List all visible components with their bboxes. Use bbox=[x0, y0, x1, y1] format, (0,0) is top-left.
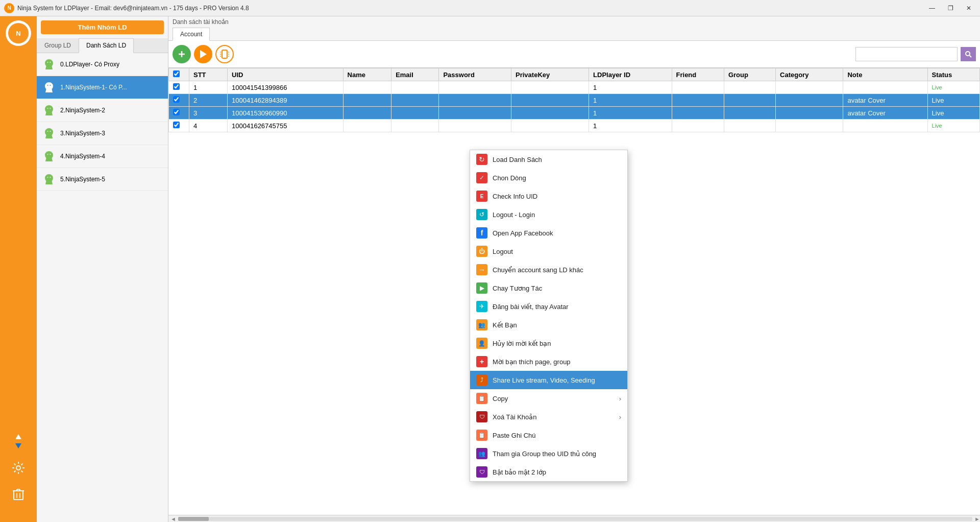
row-status: Live bbox=[927, 120, 979, 132]
row-stt: 3 bbox=[189, 107, 228, 120]
search-input[interactable] bbox=[855, 47, 958, 61]
ctx-copy[interactable]: 📋 Copy › bbox=[470, 389, 627, 408]
list-item[interactable]: 5.NinjaSystem-5 bbox=[37, 168, 168, 191]
ctx-label: Xoá Tài Khoản bbox=[493, 413, 537, 421]
ctx-logout-login-icon: ↺ bbox=[476, 209, 487, 220]
ctx-ket-ban[interactable]: 👥 Kết Bạn bbox=[470, 316, 627, 334]
row-checkbox[interactable] bbox=[173, 83, 180, 90]
select-all-checkbox[interactable] bbox=[173, 70, 180, 77]
ctx-load-danh-sach[interactable]: ↻ Load Danh Sách bbox=[470, 150, 627, 169]
ctx-check-icon: E bbox=[476, 191, 487, 202]
accounts-table: STT UID Name Email Password PrivateKey L… bbox=[168, 68, 980, 132]
ctx-chay-tuong-tac[interactable]: ▶ Chay Tương Tác bbox=[470, 279, 627, 297]
android-icon bbox=[42, 172, 56, 186]
col-friend: Friend bbox=[672, 68, 724, 81]
col-name: Name bbox=[343, 68, 391, 81]
android-icon bbox=[42, 103, 56, 117]
minimize-button[interactable]: — bbox=[925, 3, 939, 13]
col-category: Category bbox=[776, 68, 843, 81]
android-icon bbox=[42, 57, 56, 72]
ctx-label: Copy bbox=[493, 395, 508, 402]
sort-icon[interactable] bbox=[7, 430, 30, 453]
toolbar bbox=[168, 41, 980, 68]
ctx-check-info-uid[interactable]: E Check Info UID bbox=[470, 187, 627, 205]
list-item[interactable]: 3.NinjaSystem-3 bbox=[37, 122, 168, 145]
horizontal-scrollbar[interactable]: ◄ ► bbox=[168, 515, 980, 522]
row-stt: 1 bbox=[189, 81, 228, 94]
tab-group-ld[interactable]: Group LD bbox=[37, 38, 79, 53]
row-privatekey bbox=[511, 120, 589, 132]
maximize-button[interactable]: ❐ bbox=[943, 3, 958, 13]
list-item[interactable]: 4.NinjaSystem-4 bbox=[37, 145, 168, 168]
row-password bbox=[439, 107, 511, 120]
col-password: Password bbox=[439, 68, 511, 81]
ctx-copy-arrow: › bbox=[619, 395, 621, 402]
row-ldplayer-id: 1 bbox=[589, 81, 672, 94]
ctx-logout[interactable]: ⏻ Logout bbox=[470, 242, 627, 260]
table-row[interactable]: 4 100041626745755 1 Live bbox=[169, 120, 980, 132]
row-category bbox=[776, 107, 843, 120]
ctx-chuyen-icon: → bbox=[476, 264, 487, 275]
table-row[interactable]: 2 100041462894389 1 avatar Cover Live bbox=[169, 94, 980, 107]
ctx-logout-login[interactable]: ↺ Logout - Login bbox=[470, 205, 627, 224]
row-name bbox=[343, 94, 391, 107]
ctx-bat-bao-mat[interactable]: 🛡 Bật bảo mật 2 lớp bbox=[470, 463, 627, 481]
app-logo-small: N bbox=[4, 3, 14, 13]
left-panel-tabs: Group LD Danh Sách LD bbox=[37, 38, 168, 53]
list-item-label: 3.NinjaSystem-3 bbox=[60, 130, 163, 137]
row-group bbox=[724, 120, 775, 132]
tab-danh-sach-ld[interactable]: Danh Sách LD bbox=[79, 38, 134, 53]
ctx-moi-ban-thich[interactable]: + Mời bạn thích page, group bbox=[470, 352, 627, 371]
main-header: Danh sách tài khoản Account bbox=[168, 16, 980, 41]
ctx-chuyen-account[interactable]: → Chuyển account sang LD khác bbox=[470, 260, 627, 279]
row-ldplayer-id: 1 bbox=[589, 94, 672, 107]
ctx-label: Chay Tương Tác bbox=[493, 284, 542, 292]
list-item-label: 1.NinjaSystem-1- Có P... bbox=[60, 84, 163, 91]
table-row[interactable]: 3 100041530960990 1 avatar Cover Live bbox=[169, 107, 980, 120]
row-ldplayer-id: 1 bbox=[589, 120, 672, 132]
add-group-button[interactable]: Thêm Nhóm LD bbox=[41, 20, 164, 34]
add-button[interactable] bbox=[173, 45, 191, 63]
row-group bbox=[724, 107, 775, 120]
row-stt: 4 bbox=[189, 120, 228, 132]
row-checkbox[interactable] bbox=[173, 109, 180, 115]
list-item[interactable]: 2.NinjaSystem-2 bbox=[37, 99, 168, 122]
row-email bbox=[391, 120, 439, 132]
vibrate-button[interactable] bbox=[215, 45, 234, 63]
ctx-dang-bai-viet[interactable]: ✈ Đăng bài viết, thay Avatar bbox=[470, 297, 627, 316]
ctx-share-live[interactable]: ⤴ Share Live stream, Video, Seeding bbox=[470, 371, 627, 389]
ctx-tham-gia-group[interactable]: 👥 Tham gia Group theo UID thủ công bbox=[470, 444, 627, 463]
ctx-chon-dong[interactable]: ✓ Chon Dòng bbox=[470, 169, 627, 187]
ctx-paste-ghi-chu[interactable]: 📋 Paste Ghi Chú bbox=[470, 426, 627, 444]
settings-icon[interactable] bbox=[7, 457, 30, 479]
row-group bbox=[724, 81, 775, 94]
ctx-open-facebook[interactable]: f Open App Facebook bbox=[470, 224, 627, 242]
main-tabs: Account bbox=[173, 28, 976, 40]
ctx-label: Open App Facebook bbox=[493, 229, 553, 237]
ctx-xoa-tai-khoan[interactable]: 🛡 Xoá Tài Khoản › bbox=[470, 408, 627, 426]
row-note: avatar Cover bbox=[843, 94, 927, 107]
ctx-huy-loi-moi[interactable]: 👤 Hủy lời mời kết bạn bbox=[470, 334, 627, 352]
col-ldplayer-id: LDPlayer ID bbox=[589, 68, 672, 81]
table-row[interactable]: 1 100041541399866 1 Live bbox=[169, 81, 980, 94]
list-item[interactable]: 1.NinjaSystem-1- Có P... bbox=[37, 76, 168, 99]
row-checkbox[interactable] bbox=[173, 122, 180, 128]
ctx-label: Share Live stream, Video, Seeding bbox=[493, 376, 595, 384]
row-checkbox[interactable] bbox=[173, 96, 180, 103]
trash-icon[interactable] bbox=[7, 483, 30, 506]
search-button[interactable] bbox=[961, 47, 976, 61]
ctx-paste-icon: 📋 bbox=[476, 430, 487, 441]
row-status: Live bbox=[927, 107, 979, 120]
ctx-share-icon: ⤴ bbox=[476, 374, 487, 386]
row-category bbox=[776, 81, 843, 94]
play-button[interactable] bbox=[194, 45, 212, 63]
svg-point-4 bbox=[16, 466, 20, 470]
close-button[interactable]: ✕ bbox=[962, 3, 976, 13]
list-item[interactable]: 0.LDPlayer- Có Proxy bbox=[37, 53, 168, 76]
ctx-invite-icon: + bbox=[476, 356, 487, 367]
row-ldplayer-id: 1 bbox=[589, 107, 672, 120]
svg-line-23 bbox=[970, 56, 972, 58]
ctx-label: Check Info UID bbox=[493, 193, 537, 200]
tab-account[interactable]: Account bbox=[173, 28, 210, 41]
ctx-logout-icon: ⏻ bbox=[476, 246, 487, 257]
